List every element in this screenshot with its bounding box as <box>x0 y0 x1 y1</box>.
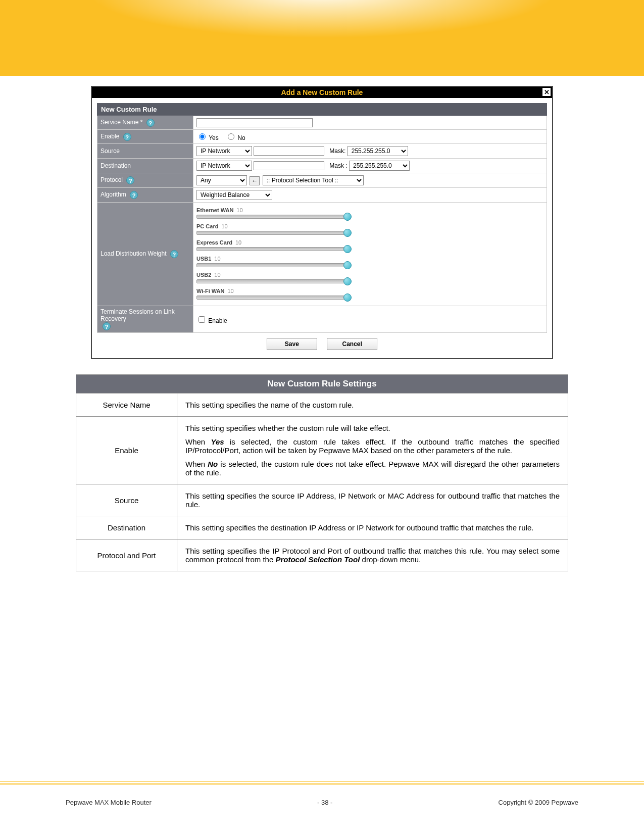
footer-copyright: Copyright © 2009 Pepwave <box>499 799 578 806</box>
settings-value: This setting specifies the destination I… <box>177 516 568 539</box>
dialog-buttons: Save Cancel <box>97 333 547 353</box>
slider-value: 10 <box>236 207 242 213</box>
field-source: IP Network Mask: 255.255.255.0 <box>193 144 547 159</box>
weight-slider-row: USB210 <box>196 271 543 283</box>
arrow-left-icon[interactable]: ← <box>250 176 260 185</box>
label-service-name: Service Name * ? <box>97 116 193 130</box>
settings-table: New Custom Rule Settings Service NameThi… <box>76 374 568 571</box>
form-table: Service Name * ? Enable ? Yes <box>97 116 547 333</box>
slider-label: Wi-Fi WAN <box>196 288 225 294</box>
protocol-tool-select[interactable]: :: Protocol Selection Tool :: <box>263 175 364 185</box>
weight-slider-row: PC Card10 <box>196 223 543 235</box>
slider-thumb-icon[interactable] <box>343 293 352 302</box>
page-footer: Pepwave MAX Mobile Router - 38 - Copyrig… <box>0 799 644 806</box>
close-icon[interactable]: ✕ <box>542 87 551 96</box>
weight-slider-row: Ethernet WAN10 <box>196 207 543 219</box>
settings-key: Service Name <box>76 394 177 417</box>
slider-thumb-icon[interactable] <box>343 213 352 221</box>
field-service-name <box>193 116 547 130</box>
settings-paragraph: This setting specifies the IP Protocol a… <box>185 547 560 564</box>
footer-left: Pepwave MAX Mobile Router <box>66 799 152 806</box>
page-content: Add a New Custom Rule ✕ New Custom Rule … <box>0 76 644 571</box>
protocol-select[interactable]: Any <box>196 175 247 185</box>
destination-addr-input[interactable] <box>254 161 324 170</box>
terminate-enable-checkbox[interactable]: Enable <box>196 317 227 324</box>
help-icon[interactable]: ? <box>123 133 131 141</box>
settings-value: This setting specifies whether the custo… <box>177 417 568 484</box>
dialog-title: Add a New Custom Rule <box>281 88 363 96</box>
algorithm-select[interactable]: Weighted Balance <box>196 190 272 200</box>
label-enable: Enable ? <box>97 130 193 144</box>
slider-track[interactable] <box>196 231 348 235</box>
slider-label: Express Card <box>196 239 232 246</box>
enable-yes-radio[interactable]: Yes <box>196 134 219 141</box>
settings-paragraph: When No is selected, the custom rule doe… <box>185 460 560 477</box>
save-button[interactable]: Save <box>267 338 317 350</box>
slider-thumb-icon[interactable] <box>343 261 352 269</box>
help-icon[interactable]: ? <box>146 119 155 127</box>
field-algorithm: Weighted Balance <box>193 188 547 203</box>
header-band <box>0 0 644 76</box>
footer-divider <box>0 781 644 784</box>
settings-key: Source <box>76 484 177 516</box>
settings-paragraph: When Yes is selected, the custom rule ta… <box>185 437 560 455</box>
slider-track[interactable] <box>196 263 348 267</box>
weight-slider-row: Express Card10 <box>196 239 543 251</box>
help-icon[interactable]: ? <box>130 191 138 199</box>
mask-label: Mask : <box>329 162 347 169</box>
field-protocol: Any ← :: Protocol Selection Tool :: <box>193 173 547 188</box>
mask-label: Mask: <box>329 148 345 155</box>
settings-value: This setting specifies the source IP Add… <box>177 484 568 516</box>
footer-page-number: - 38 - <box>317 799 332 806</box>
slider-value: 10 <box>214 272 220 278</box>
destination-type-select[interactable]: IP Network <box>196 161 252 171</box>
dialog-title-bar: Add a New Custom Rule ✕ <box>92 87 552 98</box>
slider-track[interactable] <box>196 296 348 300</box>
service-name-input[interactable] <box>196 118 313 127</box>
slider-label: USB1 <box>196 256 211 262</box>
custom-rule-dialog: Add a New Custom Rule ✕ New Custom Rule … <box>91 86 553 359</box>
slider-thumb-icon[interactable] <box>343 277 352 285</box>
weight-slider-row: USB110 <box>196 255 543 267</box>
settings-paragraph: This setting specifies whether the custo… <box>185 424 560 432</box>
label-destination: Destination <box>97 159 193 173</box>
slider-value: 10 <box>235 239 241 246</box>
label-protocol: Protocol ? <box>97 173 193 188</box>
source-type-select[interactable]: IP Network <box>196 146 252 156</box>
label-terminate: Terminate Sessions on Link Recovery ? <box>97 306 193 333</box>
slider-track[interactable] <box>196 215 348 219</box>
settings-value: This setting specifies the name of the c… <box>177 394 568 417</box>
slider-track[interactable] <box>196 247 348 251</box>
field-enable: Yes No <box>193 130 547 144</box>
field-destination: IP Network Mask : 255.255.255.0 <box>193 159 547 173</box>
source-addr-input[interactable] <box>254 146 324 156</box>
settings-paragraph: This setting specifies the name of the c… <box>185 401 560 409</box>
help-icon[interactable]: ? <box>103 322 111 330</box>
settings-value: This setting specifies the IP Protocol a… <box>177 539 568 571</box>
slider-thumb-icon[interactable] <box>343 245 352 253</box>
section-header: New Custom Rule <box>97 103 547 116</box>
weight-slider-row: Wi-Fi WAN10 <box>196 287 543 300</box>
enable-no-radio[interactable]: No <box>225 134 245 141</box>
slider-value: 10 <box>221 223 227 229</box>
settings-paragraph: This setting specifies the source IP Add… <box>185 492 560 509</box>
settings-key: Protocol and Port <box>76 539 177 571</box>
label-algorithm: Algorithm ? <box>97 188 193 203</box>
slider-label: PC Card <box>196 223 218 229</box>
settings-paragraph: This setting specifies the destination I… <box>185 523 560 532</box>
cancel-button[interactable]: Cancel <box>327 338 377 350</box>
help-icon[interactable]: ? <box>170 250 178 258</box>
slider-thumb-icon[interactable] <box>343 229 352 237</box>
field-load-weight: Ethernet WAN10PC Card10Express Card10USB… <box>193 203 547 306</box>
slider-label: USB2 <box>196 272 211 278</box>
slider-value: 10 <box>214 256 220 262</box>
dialog-body: New Custom Rule Service Name * ? Enable <box>92 98 552 358</box>
source-mask-select[interactable]: 255.255.255.0 <box>348 146 408 156</box>
settings-key: Destination <box>76 516 177 539</box>
settings-key: Enable <box>76 417 177 484</box>
destination-mask-select[interactable]: 255.255.255.0 <box>349 161 410 171</box>
slider-value: 10 <box>228 288 234 294</box>
help-icon[interactable]: ? <box>126 176 134 184</box>
slider-track[interactable] <box>196 279 348 283</box>
slider-label: Ethernet WAN <box>196 207 233 213</box>
